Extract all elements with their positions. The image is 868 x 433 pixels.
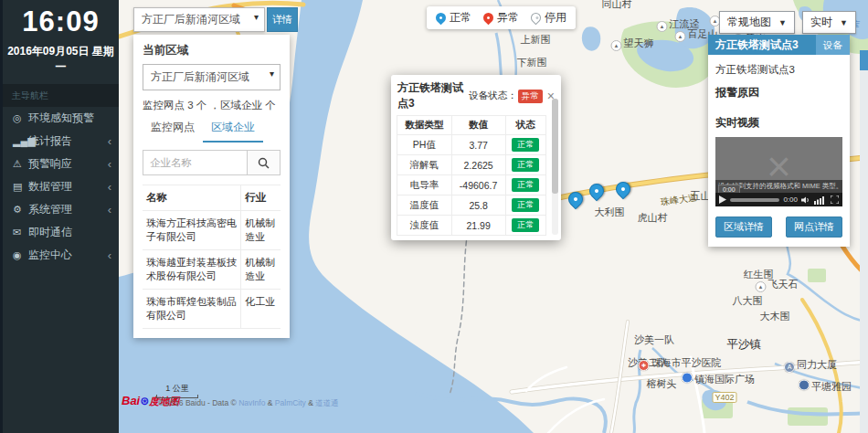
company-row[interactable]: 珠海越亚封装基板技术股份有限公司 机械制造业 — [143, 250, 281, 290]
region-detail-button[interactable]: 区域详情 — [715, 216, 772, 238]
side-scroll-track[interactable] — [860, 50, 868, 433]
region-bar: 方正厂后新涌河区域 ▾ 详情 — [133, 7, 298, 32]
nav-item-label: 统计报告 — [28, 133, 108, 149]
reading-row: 浊度值 21.99 正常 — [397, 216, 546, 236]
reading-type: 温度值 — [397, 195, 452, 216]
nav-item[interactable]: ◉ 监控中心 ‹ — [3, 244, 119, 267]
region-select[interactable]: 方正厂后新涌河区域 ▾ — [133, 7, 265, 32]
company-name-cell: 珠海方正科技高密电子有限公司 — [143, 211, 241, 250]
video-label: 实时视频 — [715, 115, 842, 131]
nav-item-label: 监控中心 — [28, 248, 108, 263]
chevron-left-icon: ‹ — [108, 180, 111, 194]
reading-value: 3.77 — [451, 135, 505, 155]
company-row[interactable]: 珠海方正科技高密电子有限公司 机械制造业 — [143, 211, 281, 250]
popup-title: 方正铁塔测试点3 — [397, 80, 469, 111]
nav-item-label: 环境感知预警 — [28, 111, 111, 126]
navinfo-link[interactable]: NavInfo — [238, 398, 265, 407]
readings-table: 数据类型 数值 状态 PH值 3.77 正常 溶解氧 2 — [397, 115, 546, 236]
baidu-logo-text: Bai — [122, 394, 140, 407]
alarm-reason-label: 报警原因 — [715, 85, 842, 100]
monitor-icon: ◉ — [13, 249, 28, 261]
current-region-select[interactable]: 方正厂后新涌河区域 ▾ — [143, 64, 281, 90]
status-badge: 正常 — [512, 218, 539, 232]
reading-value: 25.8 — [451, 195, 505, 216]
nav-item[interactable]: ⚠ 预警响应 ‹ — [3, 153, 119, 175]
speaker-icon[interactable] — [801, 195, 810, 205]
radar-icon: ◎ — [13, 112, 28, 124]
legend-item[interactable]: 异常 — [483, 10, 519, 26]
reading-type: PH值 — [397, 135, 452, 155]
nav-section-label: 主导航栏 — [3, 85, 119, 107]
alert-panel-header: 方正铁塔测试点3 设备 — [708, 35, 850, 55]
reading-status: 正常 — [505, 195, 545, 216]
nav-item-label: 预警响应 — [28, 156, 108, 172]
map-attribution: Bai⊛度地图 1 公里 © 2016 Baidu - Data © NavIn… — [122, 383, 359, 410]
search-button[interactable] — [248, 150, 281, 175]
mode-value: 实时 — [810, 15, 832, 30]
fullscreen-icon[interactable] — [831, 195, 839, 204]
alert-panel-title: 方正铁塔测试点3 — [708, 37, 816, 53]
scrollbar-thumb[interactable] — [552, 99, 558, 194]
chat-icon: ✉ — [13, 227, 28, 238]
company-search-input[interactable] — [143, 150, 248, 175]
device-status-badge: 异常 — [518, 90, 543, 103]
chevron-down-icon: ▾ — [270, 69, 274, 79]
reading-status: 正常 — [505, 135, 545, 155]
reading-status: 正常 — [505, 216, 545, 236]
palmcity-link[interactable]: PalmCity — [275, 398, 306, 407]
legend-item[interactable]: 正常 — [436, 10, 471, 26]
realtime-mode-button[interactable]: 实时 ▼ — [802, 11, 856, 34]
reading-row: PH值 3.77 正常 — [397, 135, 546, 155]
video-progress-bar[interactable] — [730, 198, 779, 202]
nav-item[interactable]: ⚙ 系统管理 ‹ — [3, 198, 119, 221]
app-window: 同山村 上新围 下新围 望天狮 江流迳 茶冷迳 百足山 象山 大灯笼 鹤形水库 … — [0, 0, 868, 433]
alert-panel-body: 方正铁塔测试点3 报警原因 实时视频 × 没有找到支持的视频格式和 MIME 类… — [708, 55, 850, 247]
current-region-value: 方正厂后新涌河区域 — [151, 70, 249, 83]
nav-item-label: 即时通信 — [28, 225, 111, 240]
current-region-label: 当前区域 — [143, 43, 281, 58]
map-type-button[interactable]: 常规地图 ▼ — [719, 11, 795, 34]
tab[interactable]: 区域企业 — [203, 114, 263, 143]
legend-label: 停用 — [545, 10, 566, 26]
reading-value: 21.99 — [451, 216, 505, 236]
reading-row: 溶解氧 2.2625 正常 — [397, 155, 546, 175]
chart-icon: ▂▄▆ — [13, 135, 28, 147]
company-row[interactable]: 珠海市晖煌包装制品有限公司 化工业 — [143, 290, 281, 329]
volume-bars-icon[interactable] — [814, 195, 827, 205]
legend-item[interactable]: 停用 — [531, 10, 566, 26]
company-table-header: 名称 — [143, 185, 241, 211]
region-detail-button[interactable]: 详情 — [267, 7, 298, 32]
copyright-text: © 2016 Baidu - Data © NavInfo & PalmCity… — [158, 398, 339, 409]
sidebar: 16:09 2016年09月05日 星期一 主导航栏 ◎ 环境感知预警 ▂▄▆ … — [0, 0, 119, 433]
nav-item[interactable]: ✉ 即时通信 — [3, 221, 119, 244]
region-select-value: 方正厂后新涌河区域 — [142, 13, 240, 26]
status-legend: 正常 异常 停用 — [427, 6, 576, 29]
map-scale: 1 公里 — [156, 383, 198, 398]
map-controls: 常规地图 ▼ 实时 ▼ — [719, 11, 856, 34]
reading-type: 浊度值 — [397, 216, 452, 236]
daodaotong-link[interactable]: 道道通 — [315, 398, 339, 407]
reading-row: 电导率 -49606.7 正常 — [397, 175, 546, 195]
company-industry-cell: 化工业 — [241, 290, 281, 329]
video-player[interactable]: × 没有找到支持的视频格式和 MIME 类型。 0:00 0:00 — [715, 137, 842, 206]
readings-header: 状态 — [505, 116, 545, 135]
device-tab-button[interactable]: 设备 — [816, 35, 850, 55]
chevron-left-icon: ‹ — [108, 203, 111, 216]
panel-collapse-handle[interactable] — [860, 50, 868, 70]
company-name-cell: 珠海市晖煌包装制品有限公司 — [143, 290, 241, 329]
video-time: 0:00 — [783, 195, 798, 204]
alert-panel-buttons: 区域详情 网点详情 — [715, 216, 842, 238]
reading-value: 2.2625 — [451, 155, 505, 175]
company-search — [143, 150, 281, 175]
tab[interactable]: 监控网点 — [143, 114, 203, 143]
play-icon[interactable] — [719, 195, 726, 204]
company-table-header: 行业 — [241, 185, 281, 211]
nav-item[interactable]: ◎ 环境感知预警 — [3, 107, 119, 130]
readings-header: 数据类型 — [397, 116, 452, 135]
site-detail-button[interactable]: 网点详情 — [786, 216, 842, 238]
reading-row: 温度值 25.8 正常 — [397, 195, 546, 216]
nav-item[interactable]: ▤ 数据管理 ‹ — [3, 175, 119, 198]
nav-item[interactable]: ▂▄▆ 统计报告 ‹ — [3, 130, 119, 153]
reading-type: 溶解氧 — [397, 155, 452, 175]
nav-item-label: 系统管理 — [28, 202, 108, 217]
